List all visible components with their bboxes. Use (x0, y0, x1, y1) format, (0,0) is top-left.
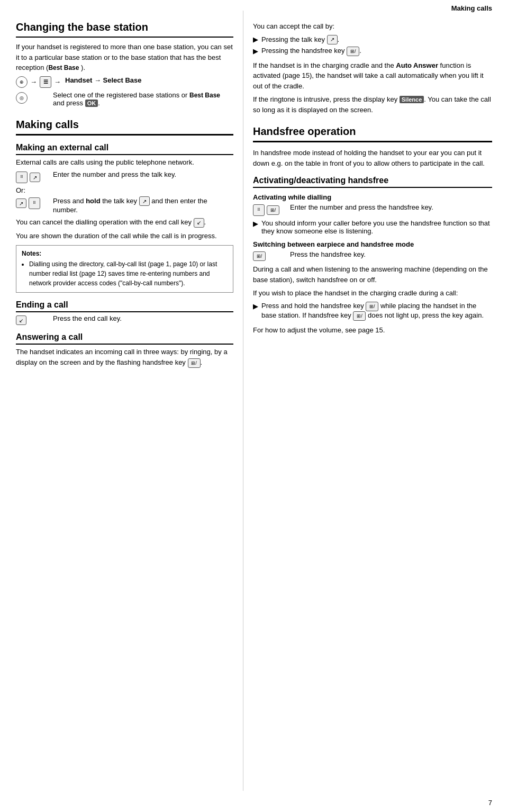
silence-key: Silence (400, 96, 424, 103)
handsfree-note-text: You should inform your caller before you… (261, 219, 492, 235)
changing-base-body: If your handset is registered to more th… (16, 42, 233, 73)
cradle-bullet: ▶ Press and hold the handsfree key ⊞/ wh… (253, 302, 492, 321)
section-divider-1 (16, 37, 233, 38)
end-key-icon-2: ↙ (16, 315, 26, 325)
page-header-title: Making calls (451, 4, 492, 12)
nav-instruction-base: ⊕ → ☰ → Handset → Select Base (16, 76, 233, 88)
page-header: Making calls (451, 4, 492, 12)
base-select-instruction: ◎ Select one of the registered base stat… (16, 91, 233, 107)
talk-key-inline: ↗ (139, 196, 150, 206)
answering-call-body: The handset indicates an incoming call i… (16, 347, 233, 368)
handsfree-key-inline-4: ⊞/ (353, 311, 366, 321)
answering-call-title: Answering a call (16, 332, 233, 345)
external-call-instruction2: ↗ ⠿ Press and hold the talk key ↗ and th… (16, 196, 233, 214)
duration-text: You are shown the duration of the call w… (16, 231, 233, 241)
keypad-icon-2: ⠿ (29, 197, 40, 209)
nav-icons-base: ⊕ → ☰ → (16, 76, 62, 88)
handsfree-dial-icons: ⠿ ⊞/ (253, 204, 290, 216)
ringtone-text: If the ringtone is intrusive, press the … (253, 94, 492, 115)
handsfree-note-bullet: ▶ You should inform your caller before y… (253, 219, 492, 235)
making-calls-title: Making calls (16, 119, 233, 131)
scroll-icon: ◎ (16, 92, 28, 104)
answer-bullet-2-text: Pressing the handsfree key ⊞/. (261, 47, 361, 56)
menu-icon: ☰ (40, 76, 51, 88)
handsfree-key-inline-2: ⊞/ (347, 47, 359, 56)
ending-call-instruction: ↙ Press the end call key. (16, 314, 233, 325)
handsfree-rule (253, 141, 492, 142)
notes-item-1: Dialling using the directory, call-by-ca… (29, 259, 228, 288)
nav-circle-icon: ⊕ (16, 76, 28, 88)
notes-title: Notes: (22, 249, 228, 258)
end-key-icon-inline: ↙ (194, 218, 204, 228)
switching-handsfree-title: Switching between earpiece and handsfree… (253, 240, 492, 248)
base-select-text: Select one of the registered base statio… (53, 91, 233, 107)
ending-call-title: Ending a call (16, 300, 233, 312)
notes-box: Notes: Dialling using the directory, cal… (16, 245, 233, 293)
during-call-text: During a call and when listening to the … (253, 264, 492, 285)
bullet-arrow-1: ▶ (253, 35, 258, 43)
external-call-body: External calls are calls using the publi… (16, 157, 233, 168)
answer-intro: You can accept the call by: (253, 21, 492, 32)
keypad-icon-3: ⠿ (253, 204, 265, 216)
talk-key-icon-1: ↗ (30, 173, 40, 182)
switching-handsfree-instruction: ⊞/ Press the handsfree key. (253, 250, 492, 261)
right-column: You can accept the call by: ▶ Pressing t… (243, 11, 508, 791)
place-in-cradle-text: If you wish to place the handset in the … (253, 288, 492, 299)
activating-handsfree-title: Activating/deactivating handsfree (253, 176, 492, 188)
keypad-icon-1: ⠿ (16, 172, 28, 183)
answer-bullet-1-text: Pressing the talk key ↗. (261, 35, 339, 44)
nav-description-base: Handset → Select Base (65, 76, 142, 84)
left-column: Changing the base station If your handse… (0, 11, 243, 791)
external-call-text2: Press and hold the talk key ↗ and then e… (53, 196, 233, 214)
handsfree-key-inline-1: ⊞/ (188, 358, 201, 368)
page-number: 7 (488, 799, 492, 807)
answer-bullet-2: ▶ Pressing the handsfree key ⊞/. (253, 47, 492, 56)
handsfree-body: In handsfree mode instead of holding the… (253, 148, 492, 168)
ending-call-text: Press the end call key. (53, 314, 122, 322)
notes-list: Dialling using the directory, call-by-ca… (22, 259, 228, 288)
charging-cradle-text: If the handset is in the charging cradle… (253, 60, 492, 92)
external-call-title: Making an external call (16, 143, 233, 155)
cradle-bullet-text: Press and hold the handsfree key ⊞/ whil… (261, 302, 492, 321)
handsfree-title: Handsfree operation (253, 125, 492, 138)
external-call-icons2: ↗ ⠿ (16, 197, 53, 209)
bullet-arrow-2: ▶ (253, 47, 258, 55)
bullet-arrow-4: ▶ (253, 302, 258, 310)
base-select-icon-cell: ◎ (16, 92, 53, 104)
answer-bullet-1: ▶ Pressing the talk key ↗. (253, 35, 492, 44)
handsfree-key-icon-2: ⊞/ (253, 251, 266, 261)
making-calls-rule (16, 134, 233, 136)
handsfree-key-icon-1: ⊞/ (267, 205, 279, 215)
switching-handsfree-icon-cell: ⊞/ (253, 251, 290, 261)
cancel-dialling-text: You can cancel the dialling operation wi… (16, 217, 233, 228)
handsfree-dial-instruction: ⠿ ⊞/ Enter the number and press the hand… (253, 203, 492, 216)
activating-while-dialling-title: Activating while dialling (253, 193, 492, 201)
talk-key-icon-2: ↗ (16, 199, 26, 208)
volume-note: For how to adjust the volume, see page 1… (253, 325, 492, 336)
external-call-instruction1: ⠿ ↗ Enter the number and press the talk … (16, 170, 233, 183)
external-call-text1: Enter the number and press the talk key. (53, 170, 176, 178)
handsfree-dial-text: Enter the number and press the handsfree… (290, 203, 433, 211)
bullet-arrow-3: ▶ (253, 220, 258, 228)
talk-key-icon-3: ↗ (327, 35, 338, 44)
ending-call-icon-cell: ↙ (16, 315, 53, 325)
switching-handsfree-text: Press the handsfree key. (290, 250, 366, 258)
changing-base-title: Changing the base station (16, 21, 233, 33)
handsfree-key-inline-3: ⊞/ (366, 302, 378, 311)
or-label: Or: (16, 186, 233, 194)
external-call-icons1: ⠿ ↗ (16, 172, 53, 183)
